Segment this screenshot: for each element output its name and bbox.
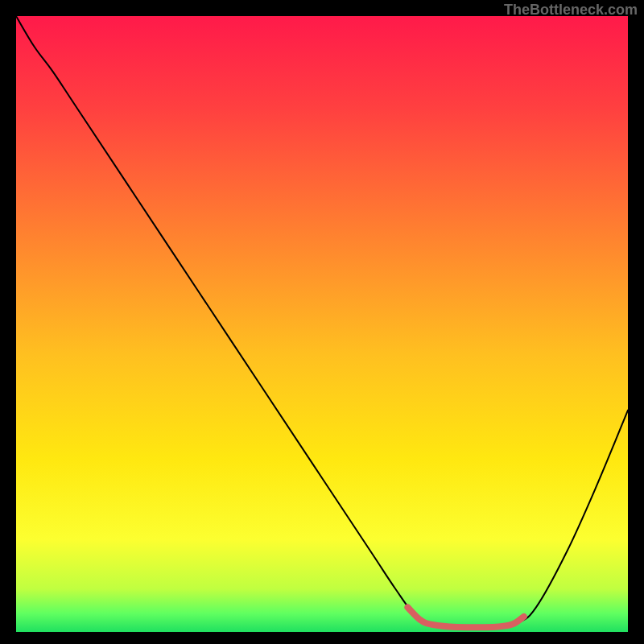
chart-container: TheBottleneck.com <box>0 0 644 644</box>
watermark-text: TheBottleneck.com <box>504 2 638 19</box>
gradient-background <box>16 16 628 632</box>
plot-area <box>16 16 628 632</box>
chart-svg <box>16 16 628 632</box>
